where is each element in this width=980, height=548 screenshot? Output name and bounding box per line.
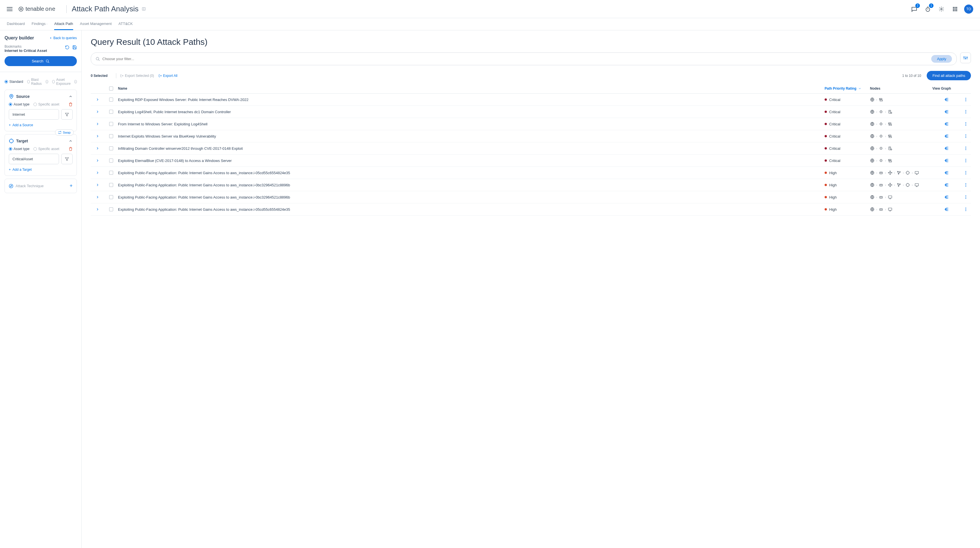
target-value-input[interactable]: CriticalAsset [9,154,59,164]
row-checkbox[interactable] [109,207,113,211]
find-all-button[interactable]: Find all attack paths [927,71,971,80]
info-icon[interactable]: i [46,80,48,83]
svg-point-29 [96,57,99,60]
delete-target-icon[interactable] [68,147,73,151]
source-value-input[interactable]: Internet [9,109,59,120]
expand-row[interactable] [91,110,104,114]
row-checkbox[interactable] [109,134,113,138]
chat-button[interactable]: 2 [910,5,919,14]
menu-toggle[interactable] [7,7,13,11]
filter-input-wrapper: Apply [91,53,957,65]
col-priority[interactable]: Path Priority Rating [825,86,870,91]
target-filter-button[interactable] [61,154,73,164]
source-asset-type-radio[interactable]: Asset type [9,102,30,107]
delete-source-icon[interactable] [68,102,73,107]
tab-attack-path[interactable]: Attack Path [54,18,73,30]
expand-row[interactable] [91,147,104,150]
row-checkbox[interactable] [109,171,113,175]
apply-button[interactable]: Apply [931,55,952,63]
expand-row[interactable] [91,207,104,211]
view-graph-button[interactable] [932,207,961,212]
row-menu-button[interactable] [961,97,971,102]
view-graph-button[interactable] [932,109,961,114]
mode-asset-exposure[interactable]: Asset Exposurei [52,78,77,86]
add-technique-button[interactable]: + [70,183,73,189]
view-graph-button[interactable] [932,146,961,151]
row-checkbox[interactable] [109,147,113,150]
source-specific-radio[interactable]: Specific asset [33,102,59,107]
target-panel-header[interactable]: Target [9,139,73,143]
add-target-link[interactable]: +Add a Target [9,167,73,172]
svg-rect-16 [956,10,957,11]
mode-standard[interactable]: Standard [5,80,23,84]
source-filter-button[interactable] [61,109,73,120]
col-name[interactable]: Name [118,86,825,91]
save-icon[interactable] [72,45,77,49]
expand-row[interactable] [91,122,104,126]
view-graph-button[interactable] [932,158,961,163]
row-menu-button[interactable] [961,158,971,163]
view-graph-button[interactable] [932,97,961,102]
row-nodes: ››››› [870,183,932,187]
row-menu-button[interactable] [961,146,971,151]
expand-row[interactable] [91,183,104,187]
select-all-checkbox[interactable] [109,86,113,91]
svg-point-36 [967,57,967,58]
add-source-link[interactable]: +Add a Source [9,123,73,127]
row-checkbox[interactable] [109,97,113,102]
expand-row[interactable] [91,159,104,162]
svg-rect-15 [955,10,956,11]
tab-findings[interactable]: Findings▫ [32,18,48,30]
search-button[interactable]: Search [5,56,77,66]
search-icon [95,57,100,61]
row-checkbox[interactable] [109,183,113,187]
row-menu-button[interactable] [961,134,971,139]
info-icon[interactable]: i [74,80,77,83]
target-specific-radio[interactable]: Specific asset [33,147,59,151]
row-menu-button[interactable] [961,195,971,199]
svg-rect-117 [915,171,918,174]
expand-row[interactable] [91,195,104,199]
row-checkbox[interactable] [109,159,113,162]
expand-row[interactable] [91,134,104,138]
settings-button[interactable] [937,5,946,14]
row-menu-button[interactable] [961,183,971,187]
apps-button[interactable] [950,5,959,14]
expand-row[interactable] [91,97,104,102]
user-avatar[interactable]: TO [964,5,973,14]
sidebar-title: Query builder [5,35,34,41]
target-asset-type-radio[interactable]: Asset type [9,147,30,151]
attack-technique-panel[interactable]: Attack Technique + [5,179,77,193]
filter-settings-button[interactable] [960,53,971,63]
filter-input[interactable] [102,57,929,61]
tab-att-ck[interactable]: ATT&CK [119,18,133,30]
view-graph-button[interactable] [932,170,961,175]
row-menu-button[interactable] [961,207,971,212]
alerts-button[interactable]: 1 [923,5,932,14]
view-graph-button[interactable] [932,194,961,200]
svg-point-66 [966,124,966,124]
chevron-right-icon: › [876,171,877,174]
export-all-button[interactable]: Export All [159,74,178,78]
view-graph-button[interactable] [932,134,961,139]
row-menu-button[interactable] [961,122,971,126]
back-to-queries[interactable]: Back to queries [49,36,77,40]
expand-row[interactable] [91,171,104,175]
row-checkbox[interactable] [109,195,113,199]
tab-asset-management[interactable]: Asset Management [80,18,112,30]
row-menu-button[interactable] [961,170,971,175]
tab-dashboard[interactable]: Dashboard [7,18,25,30]
source-panel-header[interactable]: Source [9,94,73,99]
row-checkbox[interactable] [109,110,113,114]
chevron-down-icon [858,87,861,90]
export-selected-button[interactable]: Export Selected (0) [120,74,154,78]
row-menu-button[interactable] [961,110,971,114]
view-graph-button[interactable] [932,182,961,188]
reset-icon[interactable] [65,45,70,49]
logo[interactable]: tenableone [18,6,56,12]
svg-point-155 [966,197,966,198]
swap-button[interactable]: Swap [55,129,74,135]
view-graph-button[interactable] [932,121,961,126]
row-checkbox[interactable] [109,122,113,126]
mode-blast-radius[interactable]: Blast Radiusi [27,78,48,86]
